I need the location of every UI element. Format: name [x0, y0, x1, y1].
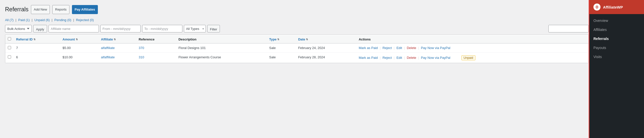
filter-button[interactable]: Filter: [207, 25, 220, 32]
date: February 24, 2024: [296, 43, 356, 53]
sidebar-item-payouts[interactable]: Payouts: [589, 43, 644, 52]
col-referral-id: Referral ID ⇅: [14, 35, 60, 43]
date-to-input[interactable]: [142, 25, 182, 32]
sidebar-header: AffiliateWP: [589, 0, 644, 14]
sort-icon: ⇅: [306, 38, 308, 41]
select-all-checkbox[interactable]: [8, 37, 11, 40]
sidebar-item-label: Referrals: [593, 37, 609, 41]
edit-link[interactable]: Edit: [396, 46, 402, 50]
mark-as-paid-link[interactable]: Mark as Paid: [359, 56, 378, 60]
sidebar-panel: AffiliateWP Overview Affiliates Referral…: [589, 0, 644, 138]
apply-button[interactable]: Apply: [33, 25, 47, 32]
row-checkbox[interactable]: [8, 55, 11, 59]
type: Sale: [267, 43, 296, 53]
col-amount: Amount ⇅: [60, 35, 99, 43]
reject-link[interactable]: Reject: [382, 56, 392, 60]
sidebar-brand: AffiliateWP: [603, 5, 623, 9]
col-reference: Reference: [136, 35, 176, 43]
sidebar-item-label: Visits: [593, 55, 602, 59]
bulk-actions-select[interactable]: Bulk Actions: [5, 25, 32, 32]
status-badge: Unpaid: [461, 55, 475, 60]
filter-tabs: All (7) | Paid (1) | Unpaid (6) | Pendin…: [5, 18, 589, 22]
sidebar-item-label: Affiliates: [593, 28, 607, 32]
col-affiliate: Affiliate ⇅: [98, 35, 136, 43]
actions-cell: Mark as Paid | Reject | Edit | Delete | …: [356, 53, 588, 63]
reference: 310: [136, 53, 176, 63]
description: Flower Arrangements Course: [176, 53, 267, 63]
referral-id: 6: [14, 53, 60, 63]
sidebar-item-label: Overview: [593, 19, 608, 23]
delete-link[interactable]: Delete: [407, 46, 416, 50]
affiliate-link: alfaffiliate: [98, 53, 136, 63]
sort-affiliate[interactable]: Affiliate ⇅: [101, 37, 116, 41]
reference-link[interactable]: 370: [139, 46, 144, 50]
tab-all[interactable]: All (7): [5, 18, 14, 22]
sidebar-nav: Overview Affiliates Referrals Payouts Vi…: [589, 14, 644, 63]
sort-type[interactable]: Type ⇅: [269, 37, 279, 41]
tab-paid[interactable]: Paid (1): [18, 18, 30, 22]
mark-as-paid-link[interactable]: Mark as Paid: [359, 46, 378, 50]
col-date: Date ⇅: [296, 35, 356, 43]
reject-link[interactable]: Reject: [382, 46, 392, 50]
type-select[interactable]: All Types Sale Opt-in: [184, 25, 206, 32]
referral-id: 7: [14, 43, 60, 53]
tab-rejected[interactable]: Rejected (0): [76, 18, 94, 22]
header-search-input[interactable]: [548, 25, 589, 32]
sort-amount[interactable]: Amount ⇅: [63, 37, 78, 41]
col-actions: Actions: [356, 35, 588, 43]
sort-icon: ⇅: [114, 38, 116, 41]
sort-icon: ⇅: [277, 38, 279, 41]
reference: 370: [136, 43, 176, 53]
affiliate-name-input[interactable]: [49, 25, 99, 32]
description: Floral Designs 101: [176, 43, 267, 53]
delete-link[interactable]: Delete: [407, 56, 416, 60]
referrals-table: Referral ID ⇅ Amount ⇅ Affiliate ⇅ Refer…: [5, 35, 588, 63]
affiliate-link: alfaffiliate: [98, 43, 136, 53]
reference-link[interactable]: 310: [139, 55, 144, 59]
actions-cell: Mark as Paid | Reject | Edit | Delete | …: [356, 43, 588, 53]
affiliate-name-link[interactable]: alfaffiliate: [101, 55, 115, 59]
type: Sale: [267, 53, 296, 63]
date-from-input[interactable]: [100, 25, 141, 32]
table-row: 7 $5.00 alfaffiliate 370 Floral Designs …: [5, 43, 588, 53]
sidebar-item-affiliates[interactable]: Affiliates: [589, 25, 644, 34]
add-new-button[interactable]: Add New: [31, 5, 50, 14]
edit-link[interactable]: Edit: [396, 56, 402, 60]
amount: $10.00: [60, 53, 99, 63]
sort-icon: ⇅: [76, 38, 78, 41]
pay-now-link[interactable]: Pay Now via PayPal: [421, 46, 450, 50]
pay-now-link[interactable]: Pay Now via PayPal: [421, 56, 450, 60]
affiliate-name-link[interactable]: alfaffiliate: [101, 46, 115, 50]
col-type: Type ⇅: [267, 35, 296, 43]
page-title: Referrals: [5, 6, 28, 13]
sidebar-item-label: Payouts: [593, 46, 606, 50]
amount: $5.00: [60, 43, 99, 53]
svg-point-0: [596, 6, 597, 8]
sidebar-item-visits[interactable]: Visits: [589, 52, 644, 61]
tab-pending[interactable]: Pending (0): [54, 18, 71, 22]
col-description: Description: [176, 35, 267, 43]
affiliatewp-logo: [593, 4, 600, 11]
date: February 28, 2024: [296, 53, 356, 63]
row-checkbox[interactable]: [8, 46, 11, 49]
pay-affiliates-button[interactable]: Pay Affiliates: [72, 5, 98, 14]
sort-referral-id[interactable]: Referral ID ⇅: [16, 37, 35, 41]
sort-date[interactable]: Date ⇅: [298, 37, 308, 41]
sidebar-item-referrals[interactable]: Referrals: [589, 34, 644, 43]
table-row: 6 $10.00 alfaffiliate 310 Flower Arrange…: [5, 53, 588, 63]
sidebar-item-overview[interactable]: Overview: [589, 16, 644, 25]
reports-button[interactable]: Reports: [52, 5, 69, 14]
sort-icon: ⇅: [33, 38, 35, 41]
tab-unpaid[interactable]: Unpaid (6): [34, 18, 50, 22]
